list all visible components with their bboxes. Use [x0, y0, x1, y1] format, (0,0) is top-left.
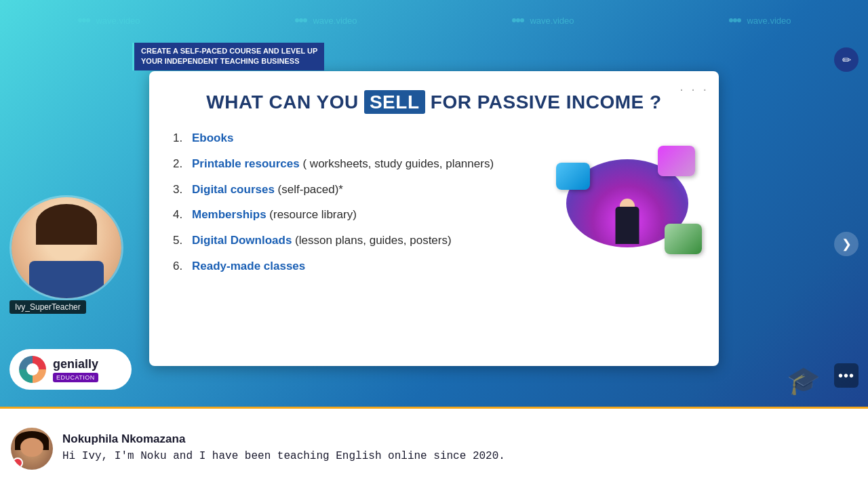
- subtitle-bar: CREATE A SELF-PACED COURSE AND LEVEL UP …: [132, 43, 324, 70]
- webcam-body: [29, 261, 104, 298]
- item-num: 1.: [173, 130, 188, 146]
- webcam-hair: [36, 204, 97, 245]
- watermark-item: wave.video: [294, 13, 357, 28]
- nav-arrow-right-button[interactable]: ❯: [834, 232, 859, 256]
- genially-text-block: genially EDUCATION: [53, 357, 98, 382]
- slide-content: 1. Ebooks 2. Printable resources ( works…: [173, 130, 695, 284]
- item-label: Printable resources: [192, 157, 300, 170]
- svg-point-3: [295, 18, 299, 22]
- ellipsis-icon: •••: [838, 368, 854, 384]
- subtitle-line1: CREATE A SELF-PACED COURSE AND LEVEL UP: [141, 46, 317, 56]
- svg-point-1: [82, 18, 86, 22]
- graduation-cap-decoration: 🎓: [787, 365, 821, 396]
- avatar-face: [20, 438, 43, 457]
- watermark-item: wave.video: [511, 13, 574, 28]
- edit-button[interactable]: ✏: [834, 47, 859, 72]
- item-num: 4.: [173, 207, 188, 223]
- genially-icon-inner: [26, 363, 39, 375]
- svg-point-8: [520, 18, 524, 22]
- genially-sub: EDUCATION: [53, 373, 98, 382]
- chat-message: Hi Ivy, I'm Noku and I have been teachin…: [62, 449, 857, 464]
- watermark-text: wave.video: [747, 16, 791, 26]
- illustration-card3: [665, 224, 702, 254]
- slide-title: WHAT CAN YOU SELL FOR PASSIVE INCOME ?: [173, 92, 695, 113]
- presenter-name-label: Ivy_SuperTeacher: [9, 300, 86, 314]
- item-label: Ready-made classes: [192, 260, 305, 272]
- chat-text-block: Nokuphila Nkomazana Hi Ivy, I'm Noku and…: [62, 432, 857, 464]
- svg-point-0: [78, 18, 82, 22]
- item-desc: (self-paced)*: [275, 183, 343, 196]
- svg-point-11: [737, 18, 741, 22]
- list-item: 2. Printable resources ( worksheets, stu…: [173, 156, 546, 172]
- item-label: Memberships: [192, 208, 267, 221]
- item-num: 6.: [173, 258, 188, 274]
- svg-point-4: [299, 18, 303, 22]
- list-item: 5. Digital Downloads (lesson plans, guid…: [173, 232, 546, 249]
- slide-decoration-dots: · · ·: [679, 81, 709, 97]
- watermark-text: wave.video: [530, 16, 574, 26]
- watermark-bar: wave.video wave.video wave.video wave.vi…: [0, 0, 868, 41]
- genially-icon: [19, 356, 46, 383]
- svg-point-2: [86, 18, 90, 22]
- item-num: 5.: [173, 232, 188, 249]
- watermark-item: wave.video: [77, 13, 140, 28]
- chat-avatar: [11, 428, 53, 470]
- list-item: 4. Memberships (resource library): [173, 207, 546, 223]
- item-label: Digital courses: [192, 183, 275, 196]
- chat-bar: Nokuphila Nkomazana Hi Ivy, I'm Noku and…: [0, 407, 868, 488]
- watermark-item: wave.video: [728, 13, 791, 28]
- genially-logo: genially EDUCATION: [9, 349, 132, 390]
- pencil-icon: ✏: [842, 54, 851, 66]
- illustration-base: [566, 159, 688, 247]
- item-num: 2.: [173, 156, 188, 172]
- chevron-right-icon: ❯: [842, 237, 852, 251]
- item-desc: (resource library): [267, 208, 357, 221]
- illustration-card1: [658, 146, 695, 176]
- slide-container: · · · WHAT CAN YOU SELL FOR PASSIVE INCO…: [149, 71, 719, 366]
- presenter-webcam: [9, 195, 123, 300]
- item-desc: ( worksheets, study guides, planners): [300, 157, 494, 170]
- svg-point-9: [729, 18, 733, 22]
- watermark-text: wave.video: [96, 16, 140, 26]
- subtitle-line2: YOUR INDEPENDENT TEACHING BUSINESS: [141, 56, 317, 66]
- svg-point-10: [733, 18, 737, 22]
- svg-point-5: [303, 18, 307, 22]
- slide-illustration: [559, 123, 695, 284]
- item-desc: (lesson plans, guides, posters): [292, 234, 451, 247]
- item-label: Digital Downloads: [192, 234, 292, 247]
- genially-name: genially: [53, 357, 98, 371]
- record-dot-icon: [12, 458, 23, 468]
- list-item: 1. Ebooks: [173, 130, 546, 146]
- slide-title-part2: FOR PASSIVE INCOME ?: [425, 92, 662, 113]
- slide-list: 1. Ebooks 2. Printable resources ( works…: [173, 130, 546, 284]
- watermark-text: wave.video: [313, 16, 357, 26]
- item-label: Ebooks: [192, 131, 233, 144]
- list-item: 3. Digital courses (self-paced)*: [173, 182, 546, 198]
- svg-point-6: [512, 18, 516, 22]
- webcam-face: [12, 197, 121, 298]
- slide-title-part1: WHAT CAN YOU: [206, 92, 364, 113]
- slide-title-highlight: SELL: [364, 90, 425, 114]
- illustration-card2: [556, 163, 590, 190]
- svg-point-7: [516, 18, 520, 22]
- item-num: 3.: [173, 182, 188, 198]
- list-item: 6. Ready-made classes: [173, 258, 546, 274]
- chat-username: Nokuphila Nkomazana: [62, 432, 857, 446]
- illustration-figure-body: [616, 207, 639, 244]
- three-dots-menu-button[interactable]: •••: [834, 363, 859, 388]
